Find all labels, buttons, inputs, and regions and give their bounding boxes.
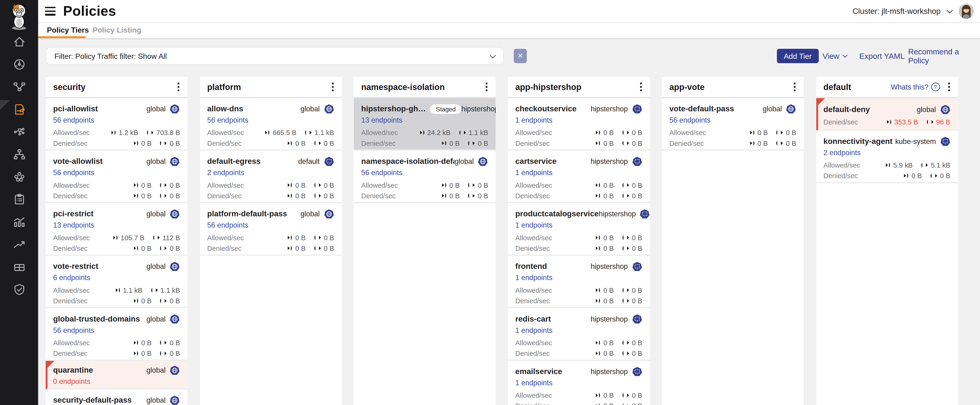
endpoints-link[interactable]: 2 endpoints (207, 169, 334, 178)
network-sitemap-icon[interactable] (13, 148, 25, 161)
policy-card[interactable]: vote-allowlist global 56 endpoints Allow… (46, 151, 188, 203)
endpoints-link[interactable]: 56 endpoints (53, 116, 180, 126)
endpoints-link[interactable]: 56 endpoints (670, 116, 796, 126)
endpoints-link[interactable]: 13 endpoints (53, 222, 180, 231)
whats-this-link[interactable]: Whats this?? (891, 83, 940, 91)
policy-card[interactable]: redis-cart hipstershop 1 endpoints Allow… (508, 308, 650, 361)
activity-chart-icon[interactable] (13, 216, 25, 228)
policy-card[interactable]: pci-restrict global 13 endpoints Allowed… (46, 203, 188, 256)
denied-label: Denied/sec (207, 139, 242, 147)
endpoints-link[interactable]: 56 endpoints (207, 222, 334, 231)
active-tab-underline (38, 36, 86, 38)
tier-column-app-vote: app-vote vote-default-pass global 56 end… (662, 77, 804, 405)
tier-header: security (46, 77, 188, 98)
clear-filter-button[interactable]: ✕ (514, 49, 527, 63)
egress-icon (160, 340, 167, 346)
policies-icon[interactable] (13, 103, 25, 116)
allowed-egress-value: 0 B (632, 286, 642, 294)
namespace-scope-icon (632, 314, 642, 324)
policy-card[interactable]: pci-allowlist global 56 endpoints Allowe… (46, 98, 188, 151)
denied-ingress-value: 0 B (603, 244, 614, 252)
threat-graph-icon[interactable] (13, 126, 25, 138)
home-icon[interactable] (13, 36, 25, 48)
allowed-label: Allowed/sec (515, 181, 552, 188)
kebab-menu-icon[interactable] (178, 83, 180, 85)
allowed-ingress-value: 0 B (141, 339, 151, 346)
endpoints-link[interactable]: 1 endpoints (515, 116, 642, 126)
policy-card-default-deny[interactable]: default-deny global Denied/sec 353.5 B 9… (816, 98, 958, 131)
kebab-menu-icon[interactable] (332, 83, 334, 85)
endpoints-link[interactable]: 6 endpoints (53, 274, 180, 283)
tab-policy-listing[interactable]: Policy Listing (92, 26, 141, 34)
policy-card[interactable]: emailservice hipstershop 1 endpoints All… (508, 361, 650, 405)
dashboard-gauge-icon[interactable] (13, 58, 25, 70)
add-tier-button[interactable]: Add Tier (777, 49, 819, 63)
clusters-icon[interactable] (13, 171, 25, 183)
policy-card[interactable]: productcatalogservice hipstershop 1 endp… (508, 203, 650, 256)
tier-title: security (53, 82, 175, 92)
kebab-menu-icon[interactable] (640, 83, 641, 85)
endpoints-link[interactable]: 2 endpoints (824, 149, 950, 158)
recommend-policy-button[interactable]: Recommend a Policy (908, 49, 980, 63)
policy-card[interactable]: checkoutservice hipstershop 1 endpoints … (508, 98, 650, 151)
policy-card[interactable]: allow-dns global 56 endpoints Allowed/se… (200, 98, 342, 151)
endpoints-link[interactable]: 56 endpoints (53, 327, 180, 336)
policy-name: vote-restrict (53, 262, 99, 271)
tab-policy-tiers[interactable]: Policy Tiers (47, 26, 89, 34)
allowed-label: Allowed/sec (515, 391, 552, 399)
endpoints-link[interactable]: 0 endpoints (53, 378, 180, 387)
threat-defense-shield-icon[interactable] (13, 283, 25, 296)
service-graph-icon[interactable] (13, 81, 25, 93)
endpoints-link[interactable]: 1 endpoints (515, 222, 642, 231)
policy-card[interactable]: global-trusted-domains global 56 endpoin… (46, 308, 188, 361)
kebab-menu-icon[interactable] (948, 83, 950, 85)
endpoints-link[interactable]: 1 endpoints (515, 169, 642, 178)
hamburger-menu-icon[interactable] (45, 7, 56, 18)
policy-card[interactable]: frontend hipstershop 1 endpoints Allowed… (508, 256, 650, 308)
allowed-ingress-value: 665.5 B (273, 128, 296, 136)
policy-card[interactable]: namespace-isolation-default-p… global 56… (354, 151, 496, 203)
egress-icon (776, 140, 783, 146)
policy-card[interactable]: security-default-pass global (46, 389, 188, 405)
view-menu-button[interactable]: View (822, 49, 847, 63)
allowed-egress-value: 112 B (162, 234, 180, 241)
allowed-ingress-value: 0 B (603, 339, 614, 346)
policy-scope: global (146, 263, 165, 270)
endpoints-link[interactable]: 1 endpoints (515, 327, 642, 336)
policy-card[interactable]: konnectivity-agent kube-system 2 endpoin… (816, 131, 958, 183)
denied-egress-value: 0 B (786, 139, 796, 147)
endpoints-link[interactable]: 56 endpoints (53, 169, 180, 178)
export-yaml-button[interactable]: Export YAML (859, 49, 905, 63)
policy-card[interactable]: default-egress default 2 endpoints Allow… (200, 151, 342, 203)
policy-card[interactable]: vote-restrict global 6 endpoints Allowed… (46, 256, 188, 308)
policy-scope: kube-system (895, 137, 936, 145)
endpoints-link[interactable]: 1 endpoints (515, 274, 642, 283)
policy-scope: global (146, 105, 165, 113)
policy-name: pci-allowlist (53, 105, 98, 113)
chevron-down-icon (490, 52, 496, 58)
policy-card[interactable]: cartservice hipstershop 1 endpoints Allo… (508, 151, 650, 203)
cluster-selector[interactable]: Cluster: jlt-msft-workshop (853, 0, 974, 22)
egress-icon (313, 234, 321, 241)
user-avatar[interactable] (959, 4, 974, 19)
image-assurance-box-icon[interactable] (13, 261, 25, 273)
egress-icon (313, 182, 321, 188)
endpoints-link[interactable]: 56 endpoints (361, 169, 488, 178)
endpoints-link[interactable]: 1 endpoints (515, 379, 642, 388)
avatar-image (959, 4, 974, 19)
timeline-trend-icon[interactable] (13, 238, 25, 251)
kebab-menu-icon[interactable] (794, 83, 795, 85)
egress-icon (622, 392, 629, 398)
endpoints-link[interactable]: 56 endpoints (207, 116, 334, 126)
endpoints-link[interactable]: 13 endpoints (361, 116, 488, 126)
ingress-icon (593, 350, 601, 356)
policy-card-quarantine[interactable]: quarantine global 0 endpoints (46, 361, 188, 390)
egress-icon (160, 140, 167, 146)
policy-card-staged[interactable]: hipstershop-gh… Staged hipstershop 13 en… (354, 98, 496, 151)
compliance-clipboard-icon[interactable] (13, 193, 25, 206)
denied-ingress-value: 0 B (141, 244, 151, 252)
traffic-filter-select[interactable]: Filter: Policy Traffic filter: Show All (46, 47, 504, 65)
policy-card[interactable]: vote-default-pass global 56 endpoints Al… (662, 98, 804, 151)
policy-card[interactable]: platform-default-pass global 56 endpoint… (200, 203, 342, 256)
kebab-menu-icon[interactable] (485, 83, 487, 85)
